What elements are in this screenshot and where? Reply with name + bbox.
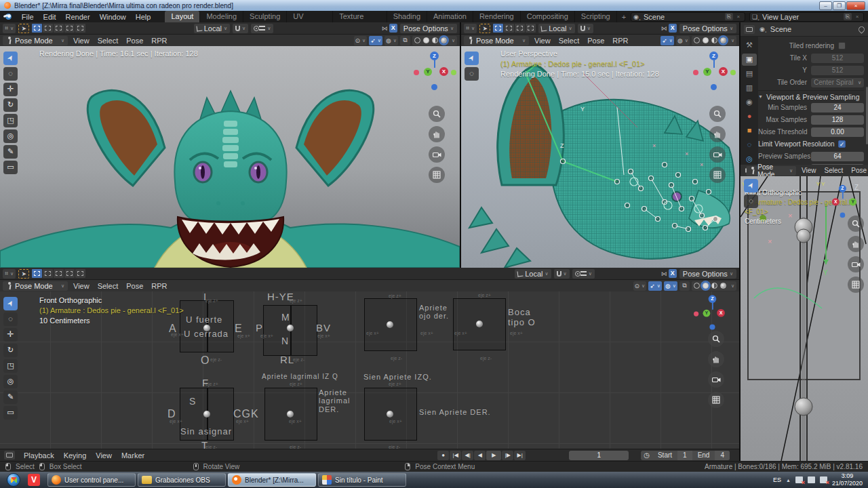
pan-hand-button[interactable]	[429, 126, 445, 142]
tab-render[interactable]: ▣	[742, 54, 757, 66]
rig-control-handle[interactable]	[387, 321, 393, 328]
clock[interactable]: 3:09 21/07/2020	[832, 472, 863, 487]
zoom-button[interactable]	[429, 106, 445, 122]
timeline-menu-marker[interactable]: Marker	[117, 451, 149, 460]
view-layer-selector[interactable]: ❏˯ View Layer ⎘ ×	[749, 12, 864, 22]
timeline-editor-icon[interactable]	[4, 451, 15, 460]
overlays-dropdown[interactable]: ◍∨	[384, 36, 398, 45]
select-mode-extend[interactable]	[43, 269, 53, 278]
gizmo-camera-dot[interactable]	[840, 213, 846, 218]
move-tool[interactable]	[3, 83, 18, 96]
gizmo-camera-dot[interactable]	[709, 324, 715, 329]
proportional-edit-dropdown[interactable]: ∨	[572, 269, 595, 279]
select-mode-extend[interactable]	[504, 24, 514, 33]
tab-view-layer[interactable]: ▥	[742, 82, 757, 94]
camera-view-button[interactable]	[709, 146, 726, 163]
mode-dropdown[interactable]: Pose Mode∨	[3, 36, 68, 45]
gizmo-dropdown[interactable]: ➶∨	[369, 36, 382, 45]
workspace-tab-shading[interactable]: Shading	[387, 11, 427, 22]
toggle-grid-button[interactable]	[709, 167, 726, 183]
network-icon[interactable]	[808, 476, 815, 483]
active-tool-dropdown[interactable]: ⌗∨	[3, 24, 16, 33]
scale-tool[interactable]	[3, 114, 18, 127]
gizmo-x-axis[interactable]: X	[832, 198, 840, 205]
shading-wireframe[interactable]	[694, 283, 700, 289]
cursor-tool[interactable]	[3, 312, 18, 326]
gizmo-x-axis[interactable]: X	[717, 309, 725, 317]
mode-dropdown[interactable]: Pose Mode∨	[746, 166, 796, 176]
rotate-tool[interactable]	[3, 98, 18, 112]
shading-solid[interactable]	[703, 283, 709, 289]
viewport-menu-pose[interactable]: Pose	[122, 36, 147, 45]
select-mode-new[interactable]	[32, 24, 42, 33]
camera-view-button[interactable]	[429, 146, 445, 163]
tray-expand-arrow[interactable]: ▲	[786, 478, 791, 483]
gizmo-y-axis[interactable]: Y	[849, 198, 856, 205]
play-button[interactable]: ▶	[486, 451, 501, 460]
select-mode-intersect[interactable]	[75, 269, 85, 278]
workspace-tab-sculpting[interactable]: Sculpting	[243, 11, 287, 22]
mirror-x-toggle[interactable]: ⋈X	[661, 269, 677, 278]
gizmo-x-neg[interactable]	[414, 70, 419, 75]
workspace-tab-texture-paint[interactable]: Texture Paint	[333, 11, 387, 22]
navigation-gizmo[interactable]: Z Y X	[692, 52, 735, 95]
cursor-tool[interactable]	[3, 67, 18, 81]
taskbar-app-blender[interactable]: Blender* [Z:\Mirra...	[228, 473, 316, 487]
measure-tool[interactable]	[3, 406, 18, 420]
active-tool-dropdown[interactable]: ⌗∨	[3, 269, 16, 279]
gizmo-y-axis[interactable]: Y	[703, 68, 711, 76]
overlays-dropdown[interactable]: ◍∨	[664, 281, 677, 291]
pose-options-dropdown[interactable]: Pose Options∨	[400, 24, 457, 33]
tab-scene[interactable]: ◉	[742, 96, 757, 108]
pose-options-dropdown[interactable]: Pose Options∨	[679, 24, 736, 33]
tweak-tool-button[interactable]: ➤	[479, 24, 490, 33]
taskbar-app-folder[interactable]: Grabaciones OBS	[138, 473, 226, 487]
mirror-x-toggle[interactable]: ⋈X	[661, 24, 677, 33]
close-button[interactable]: ×	[846, 1, 865, 10]
cursor-tool[interactable]	[465, 67, 479, 81]
sampling-section-header[interactable]: ▼Viewport & Preview Sampling	[758, 90, 864, 101]
zoom-button[interactable]	[709, 106, 726, 122]
workspace-tab-modeling[interactable]: Modeling	[200, 11, 243, 22]
minimize-button[interactable]: –	[819, 1, 832, 10]
viewport-menu-select[interactable]: Select	[94, 36, 123, 45]
viewport-menu-rpr[interactable]: RPR	[608, 36, 632, 45]
menu-help[interactable]: Help	[131, 12, 156, 22]
tab-object[interactable]: ■	[742, 124, 757, 136]
shading-rendered[interactable]	[720, 37, 726, 43]
new-scene-button[interactable]: ⎘	[725, 13, 733, 20]
timeline-menu-keying[interactable]: Keying	[59, 451, 92, 460]
next-keyframe-button[interactable]: |▶	[502, 451, 513, 460]
timeline-menu-view[interactable]: View	[91, 451, 117, 460]
add-workspace-button[interactable]: +	[617, 13, 631, 21]
viewport-canvas[interactable]: Y × × Y Y Y Y Z Right Orthographic (1) A…	[741, 176, 868, 461]
gizmo-y-neg[interactable]	[451, 70, 456, 75]
select-mode-new[interactable]	[32, 269, 42, 278]
gizmo-camera-dot[interactable]	[711, 84, 717, 90]
snap-dropdown[interactable]: ∨	[578, 24, 593, 33]
jump-to-start-button[interactable]: |◀	[450, 451, 461, 460]
tweak-tool-button[interactable]: ➤	[18, 269, 29, 279]
tab-tool[interactable]: ⚒	[742, 39, 757, 52]
toggle-grid-button[interactable]	[708, 392, 724, 408]
proportional-edit-dropdown[interactable]: ∨	[251, 24, 273, 33]
annotate-tool[interactable]	[3, 145, 18, 159]
zoom-button[interactable]	[848, 216, 864, 232]
tile-y-field[interactable]: 512	[811, 66, 864, 75]
viewport-menu-view[interactable]: View	[69, 281, 94, 291]
shading-solid[interactable]	[703, 37, 709, 43]
tab-physics[interactable]: ◌	[742, 138, 757, 150]
camera-view-button[interactable]	[708, 371, 724, 388]
shading-wireframe[interactable]	[414, 37, 420, 43]
viewport-menu-select[interactable]: Select	[94, 281, 123, 291]
rig-control-handle[interactable]	[476, 321, 483, 327]
shading-material[interactable]	[432, 37, 438, 43]
shading-rendered[interactable]	[441, 37, 447, 43]
language-indicator[interactable]: ES	[773, 476, 781, 483]
volume-muted-icon[interactable]	[820, 476, 827, 483]
xray-toggle[interactable]: ⧉	[400, 36, 410, 45]
rig-control-handle[interactable]	[387, 411, 393, 418]
new-view-layer-button[interactable]: ⎘	[844, 13, 852, 20]
taskbar-app-paint[interactable]: Sin título - Paint	[318, 473, 406, 487]
viewport-menu-rpr[interactable]: RPR	[147, 281, 171, 291]
